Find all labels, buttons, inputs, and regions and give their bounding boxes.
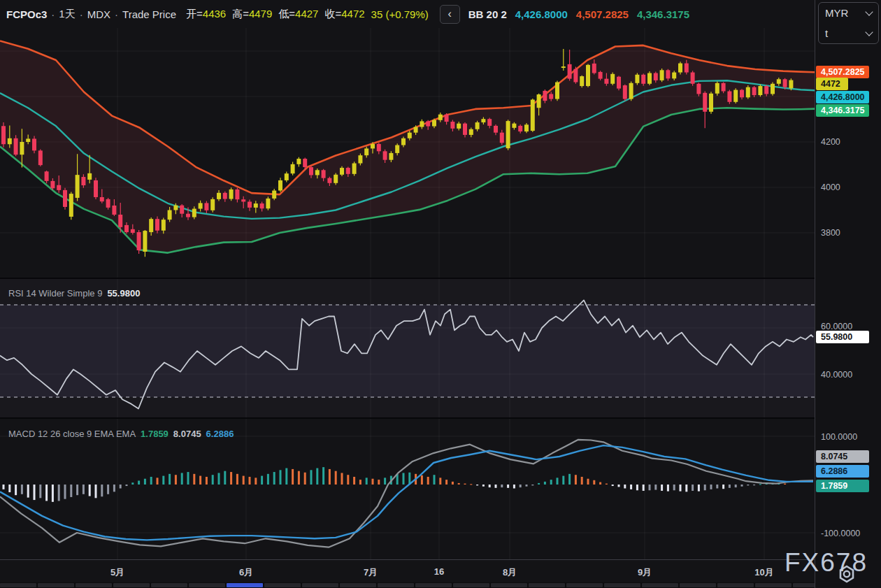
scrollbar-segment[interactable] — [189, 583, 225, 587]
scrollbar-segment[interactable] — [0, 583, 36, 587]
axis-tick-label: 4200 — [821, 137, 840, 147]
back-button[interactable]: ‹ — [440, 5, 460, 24]
separator-dot: · — [115, 8, 118, 20]
candle-body — [450, 122, 454, 129]
scrollbar-active-segment[interactable] — [227, 583, 263, 587]
scrollbar-segment[interactable] — [491, 583, 527, 587]
macd-histogram-bar — [120, 485, 122, 489]
macd-histogram-bar — [169, 474, 171, 485]
candle-body — [408, 133, 412, 138]
rsi-pane-header[interactable]: RSI 14 Wilder Simple 955.9800 — [8, 288, 140, 299]
macd-histogram-bar — [58, 485, 60, 501]
candle-body — [617, 77, 621, 89]
macd-histogram-bar — [89, 485, 91, 496]
scrollbar-segment[interactable] — [680, 583, 716, 587]
macd-histogram-bar — [95, 485, 97, 498]
scrollbar-segment[interactable] — [340, 583, 376, 587]
scrollbar-segment[interactable] — [717, 583, 754, 587]
candle-body — [112, 206, 116, 215]
candle-body — [278, 180, 282, 191]
macd-histogram-bar — [384, 478, 386, 485]
macd-histogram-bar — [606, 484, 608, 485]
scrollbar-segment[interactable] — [604, 583, 640, 587]
candle-body — [549, 94, 553, 99]
interval-label[interactable]: 1天 — [59, 8, 75, 21]
time-axis-tick: 9月 — [638, 566, 652, 579]
scrollbar-segment[interactable] — [38, 583, 74, 587]
scrollbar-segment[interactable] — [151, 583, 187, 587]
scrollbar-segment[interactable] — [642, 583, 678, 587]
scrollbar-segment[interactable] — [529, 583, 565, 587]
candle-body — [69, 194, 73, 217]
candle-body — [389, 153, 393, 160]
scrollbar-segment[interactable] — [566, 583, 603, 587]
macd-histogram-bar — [531, 485, 533, 485]
currency-dropdown[interactable]: MYR — [819, 3, 878, 23]
scrollbar-segment[interactable] — [302, 583, 338, 587]
candle-body — [623, 85, 627, 99]
macd-histogram-bar — [15, 485, 17, 495]
price-axis-panel[interactable]: MYR t 42004000380060.000040.0000100.0000… — [815, 0, 881, 588]
symbol-name[interactable]: FCPOc3 — [6, 8, 47, 20]
scrollbar-segment[interactable] — [378, 583, 414, 587]
scrollbar-segment[interactable] — [415, 583, 452, 587]
macd-histogram-bar — [224, 471, 226, 485]
macd-histogram-bar — [557, 478, 559, 485]
macd-value-tag: 6.2886 — [816, 465, 869, 478]
macd-histogram-bar — [661, 485, 663, 491]
time-axis[interactable]: 5月6月7月168月9月10月 — [0, 559, 815, 583]
bb-indicator-title[interactable]: BB 20 2 — [468, 8, 507, 20]
macd-histogram-bar — [741, 485, 743, 487]
scrollbar-segment[interactable] — [264, 583, 301, 587]
macd-histogram-bar — [236, 474, 238, 485]
candle-body — [192, 209, 196, 217]
macd-histogram-bar — [218, 473, 220, 485]
macd-histogram-bar — [310, 470, 313, 485]
candle-body — [266, 199, 270, 208]
candle-body — [1, 126, 6, 144]
candle-body — [32, 138, 36, 150]
macd-histogram-bar — [654, 485, 657, 490]
candle-body — [296, 159, 301, 164]
bottom-scrollbar[interactable] — [0, 582, 881, 588]
candle-body — [204, 203, 208, 210]
candle-body — [100, 197, 104, 201]
candle-body — [568, 64, 572, 79]
scrollbar-segment[interactable] — [76, 583, 112, 587]
macd-histogram-bar — [759, 484, 761, 485]
high-label: 高= — [232, 8, 249, 20]
scrollbar-segment[interactable] — [113, 583, 150, 587]
rsi-label: RSI 14 Wilder Simple 9 — [8, 288, 102, 299]
close-value: 4472 — [341, 8, 364, 20]
candle-body — [358, 155, 362, 163]
candle-body — [383, 151, 387, 159]
bb-lower-value: 4,346.3175 — [637, 8, 689, 20]
macd-histogram-bar — [64, 485, 66, 499]
scrollbar-segment[interactable] — [755, 583, 792, 587]
rsi-value-tag: 55.9800 — [816, 331, 869, 343]
macd-histogram-bar — [716, 485, 718, 489]
macd-histogram-bar — [131, 482, 134, 485]
price-tag: 4,507.2825 — [816, 66, 869, 78]
chart-canvas[interactable] — [0, 0, 815, 559]
chevron-down-icon — [865, 8, 873, 15]
macd-histogram-bar — [489, 485, 491, 487]
macd-histogram-bar — [280, 470, 282, 485]
macd-histogram-bar — [445, 480, 447, 485]
candle-body — [285, 173, 289, 180]
macd-histogram-bar — [101, 485, 103, 496]
candle-body — [672, 73, 676, 79]
macd-histogram-bar — [673, 485, 675, 490]
chart-region[interactable]: FCPOc3 · 1天 · MDX · Trade Price 开=4436 高… — [0, 0, 815, 588]
candle-body — [371, 144, 375, 149]
candle-body — [137, 232, 141, 250]
candle-body — [87, 173, 92, 180]
candle-body — [143, 231, 147, 252]
macd-pane-header[interactable]: MACD 12 26 close 9 EMA EMA1.78598.07456.… — [8, 429, 234, 439]
scrollbar-segment[interactable] — [453, 583, 489, 587]
candle-body — [223, 193, 227, 199]
macd-histogram-bar — [581, 477, 583, 485]
unit-dropdown[interactable]: t — [819, 23, 878, 43]
candle-body — [764, 86, 768, 94]
candle-body — [303, 159, 307, 167]
